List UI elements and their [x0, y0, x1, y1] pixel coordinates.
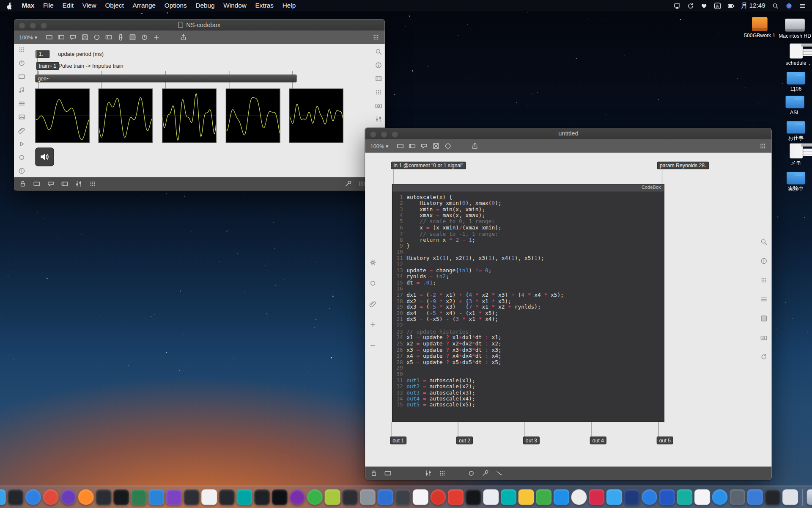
button-icon[interactable]: [444, 142, 452, 149]
menu-item-object[interactable]: Object: [105, 2, 123, 9]
menu-item-max[interactable]: Max: [22, 2, 34, 9]
grid-icon[interactable]: [439, 469, 446, 477]
circle-icon[interactable]: [468, 469, 475, 477]
patch-cord[interactable]: [658, 422, 658, 436]
patch-cord[interactable]: [292, 82, 293, 88]
dock-twitter-icon[interactable]: [606, 489, 622, 505]
out-object-3[interactable]: out 3: [523, 436, 540, 444]
gear-icon[interactable]: [369, 259, 376, 266]
lock-icon[interactable]: [19, 180, 26, 188]
list-icon[interactable]: [18, 100, 25, 107]
menu-item-edit[interactable]: Edit: [63, 2, 74, 9]
scope-display-2[interactable]: [99, 88, 153, 143]
dock-app-30-icon[interactable]: [500, 489, 516, 505]
dock-app-24-icon[interactable]: [395, 489, 411, 505]
mixer-icon[interactable]: [425, 469, 432, 477]
plus-icon[interactable]: [153, 34, 160, 41]
comment-icon[interactable]: [69, 34, 77, 41]
dock-app-14-icon[interactable]: [219, 489, 234, 505]
dock-app-2-icon[interactable]: [8, 489, 23, 505]
patch-cord[interactable]: [591, 422, 592, 436]
zoom-button[interactable]: [41, 22, 47, 29]
object-box-icon[interactable]: [384, 469, 392, 477]
audio-on-button[interactable]: [35, 148, 54, 166]
zoom-control[interactable]: 100% ▾: [370, 143, 389, 149]
dock-app-23-icon[interactable]: [377, 489, 393, 505]
desktop-icon-メモ[interactable]: メモ: [778, 144, 812, 166]
toggle-icon[interactable]: [433, 142, 440, 149]
wrench-icon[interactable]: [482, 469, 489, 477]
dock-app-25-icon[interactable]: [412, 489, 428, 505]
dock-app-39-icon[interactable]: [659, 489, 675, 505]
param-object[interactable]: param Reynolds 28.: [657, 162, 709, 169]
dock-app-store-icon[interactable]: [553, 489, 569, 505]
comment-icon[interactable]: [420, 142, 428, 149]
message-box-icon[interactable]: [409, 142, 416, 149]
circle-icon[interactable]: [18, 154, 25, 161]
minimize-button[interactable]: [30, 22, 36, 29]
dock-app-26-icon[interactable]: [430, 489, 446, 505]
dock-app-38-icon[interactable]: [642, 489, 657, 505]
patcher-canvas[interactable]: 1. update period (ms) train~ 1 Pulse tra…: [14, 44, 385, 177]
dock-app-8-icon[interactable]: [113, 489, 129, 505]
heart-icon[interactable]: [700, 3, 707, 9]
zoom-control[interactable]: 100% ▾: [19, 34, 37, 41]
patch-cord[interactable]: [37, 58, 38, 62]
dock-app-18-icon[interactable]: [289, 489, 305, 505]
patcher-canvas[interactable]: in 1 @comment "0 or 1 signal" param Reyn…: [365, 153, 771, 467]
dock-app-32-icon[interactable]: [536, 489, 551, 505]
patch-cord[interactable]: [165, 82, 166, 88]
wrench-icon[interactable]: [344, 180, 351, 188]
patch-cord[interactable]: [392, 422, 392, 436]
picture-icon[interactable]: [18, 113, 25, 121]
dock-app-17-icon[interactable]: [272, 489, 287, 505]
patch-cord[interactable]: [393, 169, 393, 184]
patch-cord[interactable]: [662, 169, 662, 184]
grid-icon[interactable]: [760, 276, 768, 284]
desktop-icon-ASL[interactable]: ASL: [777, 92, 812, 116]
object-box-icon[interactable]: [33, 180, 40, 188]
info-icon[interactable]: [760, 257, 768, 265]
menu-item-window[interactable]: Window: [223, 2, 246, 9]
dock-app-19-icon[interactable]: [307, 489, 323, 505]
grid-icon[interactable]: [89, 180, 96, 188]
dock-app-29-icon[interactable]: [483, 489, 499, 505]
button-icon[interactable]: [93, 34, 100, 41]
grid-icon[interactable]: [372, 34, 379, 41]
camera-icon[interactable]: [760, 334, 768, 341]
refresh-icon[interactable]: [760, 353, 768, 360]
train-object[interactable]: train~ 1: [36, 62, 59, 70]
menu-clock[interactable]: 月 12:49: [741, 1, 765, 10]
dock-app-16-icon[interactable]: [254, 489, 270, 505]
dock-app-13-icon[interactable]: [201, 489, 217, 505]
close-button[interactable]: [370, 131, 376, 138]
dock-sketch-icon[interactable]: [518, 489, 534, 505]
zoom-icon[interactable]: [375, 48, 382, 55]
dock-vivaldi-icon[interactable]: [60, 489, 76, 505]
object-box-icon[interactable]: [46, 34, 53, 41]
dock-app-28-icon[interactable]: [465, 489, 481, 505]
dock-app-44-icon[interactable]: [747, 489, 763, 505]
dock-photos-icon[interactable]: [571, 489, 587, 505]
patchcord-icon[interactable]: [496, 469, 503, 477]
dock-app-43-icon[interactable]: [730, 489, 745, 505]
number-box-icon[interactable]: [105, 34, 112, 41]
dock-app-45-icon[interactable]: [765, 489, 780, 505]
scope-display-5[interactable]: [289, 88, 343, 143]
menu-item-file[interactable]: File: [43, 2, 54, 9]
menu-item-view[interactable]: View: [82, 2, 96, 9]
menu-item-extras[interactable]: Extras: [255, 2, 274, 9]
patch-cord[interactable]: [458, 422, 458, 436]
message-box[interactable]: 1.: [35, 50, 49, 58]
out-object-4[interactable]: out 4: [590, 436, 606, 444]
patch-cord[interactable]: [37, 70, 38, 75]
dock-app-20-icon[interactable]: [324, 489, 340, 505]
comment-pulse-train[interactable]: Pulse train -> Impulse train: [58, 63, 123, 69]
scope-display-1[interactable]: [35, 88, 90, 143]
desktop-icon-お仕事[interactable]: お仕事: [778, 118, 812, 141]
codebox[interactable]: CodeBox 1autoscale(x) {2 History xmin(0)…: [392, 184, 664, 422]
in-object[interactable]: in 1 @comment "0 or 1 signal": [391, 162, 466, 169]
dock-app-10-icon[interactable]: [148, 489, 164, 505]
grid-icon[interactable]: [375, 88, 382, 96]
dock-app-15-icon[interactable]: [236, 489, 252, 505]
